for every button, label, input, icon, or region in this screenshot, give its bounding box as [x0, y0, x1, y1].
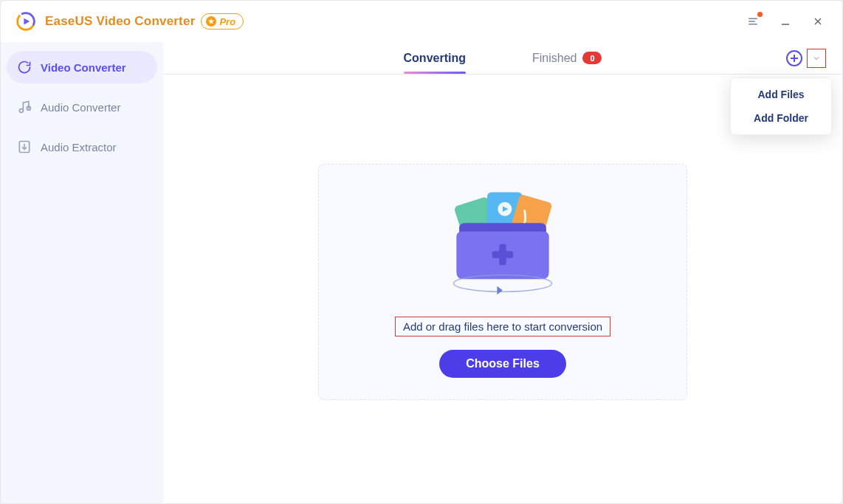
sidebar-item-label: Audio Converter [41, 101, 120, 114]
menu-item-add-folder[interactable]: Add Folder [731, 106, 831, 130]
svg-marker-2 [24, 18, 30, 25]
minimize-button[interactable] [777, 13, 794, 30]
notification-dot-icon [757, 12, 763, 17]
close-button[interactable] [810, 13, 826, 30]
pro-label: Pro [219, 16, 235, 27]
finished-count-badge: 0 [582, 52, 602, 64]
sidebar: Video Converter Audio Converter Audio Ex… [1, 42, 163, 503]
body: Video Converter Audio Converter Audio Ex… [1, 42, 842, 503]
dropzone[interactable]: Add or drag files here to start conversi… [318, 164, 687, 400]
tab-converting[interactable]: Converting [404, 52, 466, 65]
svg-marker-23 [497, 286, 503, 294]
choose-files-button[interactable]: Choose Files [439, 350, 566, 378]
menu-button[interactable] [745, 13, 761, 30]
menu-item-add-files[interactable]: Add Files [731, 83, 831, 106]
sidebar-item-label: Audio Extractor [41, 141, 117, 153]
app-window: EaseUS Video Converter ★ Pro [0, 0, 843, 504]
app-title: EaseUS Video Converter [45, 14, 195, 29]
add-dropdown-toggle[interactable] [807, 49, 826, 68]
content-area: Add or drag files here to start conversi… [163, 75, 842, 503]
dropzone-hint: Add or drag files here to start conversi… [395, 317, 610, 336]
title-bar: EaseUS Video Converter ★ Pro [1, 1, 842, 42]
refresh-icon [17, 60, 32, 75]
extract-icon [17, 139, 32, 154]
star-icon: ★ [206, 16, 216, 27]
tab-finished[interactable]: Finished 0 [532, 52, 602, 65]
music-icon [17, 100, 32, 114]
add-controls [785, 49, 826, 68]
window-controls [745, 13, 833, 30]
sidebar-item-audio-converter[interactable]: Audio Converter [7, 91, 157, 123]
app-logo-icon [16, 11, 36, 32]
sidebar-item-video-converter[interactable]: Video Converter [7, 51, 157, 83]
add-dropdown-menu: Add Files Add Folder [730, 77, 832, 135]
tab-label: Finished [532, 52, 577, 65]
add-button[interactable] [785, 49, 804, 68]
pro-badge: ★ Pro [201, 13, 244, 30]
main: Converting Finished 0 [163, 42, 842, 503]
sidebar-item-audio-extractor[interactable]: Audio Extractor [7, 131, 157, 163]
sidebar-item-label: Video Converter [41, 61, 126, 74]
folder-illustration-icon [433, 185, 573, 303]
tab-bar: Converting Finished 0 [163, 42, 842, 75]
svg-rect-21 [492, 251, 514, 258]
tab-label: Converting [404, 52, 466, 65]
